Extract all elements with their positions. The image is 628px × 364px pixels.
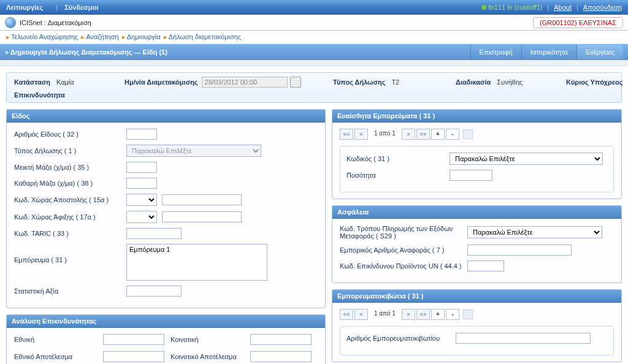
pager-prev[interactable]: « [354, 309, 368, 320]
panel-safety: Ασφάλεια Κωδ. Τρόπου Πληρωμής των Εξόδων… [332, 205, 622, 283]
action-back[interactable]: Επιστροφή [470, 45, 521, 59]
gross-input[interactable] [126, 162, 157, 173]
panel-risk-header: Ανάλυση Επικινδυνότητας [7, 315, 325, 328]
pager-add[interactable]: + [431, 309, 445, 320]
dispatch-select[interactable] [126, 194, 157, 206]
panel-sensitive: Ευαίσθητα Εμπορεύματα ( 31 ) «« « 1 από … [332, 109, 622, 199]
crumb-0[interactable]: Τελωνείο Αναχώρησης [11, 33, 78, 40]
status-label: Κατάσταση Καμία [14, 78, 124, 86]
taric-input[interactable] [126, 228, 182, 239]
risk-community-result-label: Κοινοτικό Αποτέλεσμα [170, 353, 250, 360]
safety-un-label: Κωδ. Επικίνδυνου Προϊόντος UN ( 44.4 ) [340, 262, 462, 270]
safety-un-input[interactable] [467, 260, 504, 271]
app-title: ICISnet : Διαμετακόμιση [20, 19, 91, 26]
pager-first[interactable]: «« [340, 129, 353, 140]
pager-label: 1 από 1 [369, 309, 400, 320]
containers-pager: «« « 1 από 1 » »» + - [340, 309, 614, 320]
page-title: » Δημιουργία Δήλωσης Διαμετακόμισης --- … [5, 48, 167, 56]
pager-last[interactable]: »» [416, 129, 430, 140]
type-label: Τύπος Δήλωσης T2 [333, 78, 456, 86]
container-number-input[interactable] [456, 333, 591, 344]
date-input[interactable] [202, 77, 288, 88]
breadcrumb: ▸Τελωνείο Αναχώρησης ▸Αναζήτηση ▸Δημιουρ… [0, 31, 628, 44]
decl-type-label: Τύπος Δήλωσης ( 1 ) [14, 147, 121, 154]
pager-label: 1 από 1 [369, 129, 400, 140]
procedure-value: Συνήθης [497, 78, 523, 86]
risk-community-label: Κοινοτική [170, 336, 250, 343]
crumb-2[interactable]: Δημιουργία [127, 33, 161, 40]
about-link[interactable]: About [554, 4, 572, 11]
status-value: Καμία [56, 78, 74, 86]
safety-ref-input[interactable] [467, 245, 572, 256]
procedure-label: Διαδικασία Συνήθης [456, 78, 566, 86]
action-menu[interactable]: Ενέργειες [576, 45, 623, 59]
type-value: T2 [391, 78, 399, 86]
sensitive-pager: «« « 1 από 1 » »» + - [340, 129, 614, 140]
info-band: Κατάσταση Καμία Ημ/νία Διαμετακόμισης Τύ… [6, 72, 622, 103]
sensitive-code-label: Κωδικός ( 31 ) [347, 155, 445, 162]
sensitive-qty-input[interactable] [450, 170, 492, 181]
pager-first[interactable]: «« [340, 309, 353, 320]
risk-national-input[interactable] [103, 334, 164, 345]
action-history[interactable]: Ιστορικότητα [521, 45, 576, 59]
panel-containers-header: Εμπορευματοκιβώτια ( 31 ) [332, 290, 621, 303]
item-no-input[interactable] [126, 129, 157, 140]
pager-prev[interactable]: « [354, 129, 368, 140]
pager-grid-icon[interactable] [463, 129, 473, 139]
arrival-select[interactable] [126, 211, 157, 223]
panel-containers: Εμπορευματοκιβώτια ( 31 ) «« « 1 από 1 »… [332, 289, 622, 362]
user-indicator: fn111 ln (custoff1) [481, 4, 543, 11]
top-nav: Λειτουργίες | Σύνδεσμοι fn111 ln (custof… [0, 0, 628, 15]
risk-national-result-label: Εθνικό Αποτέλεσμα [14, 353, 103, 360]
stat-label: Στατιστική Αξία [14, 287, 121, 295]
risk-community-result-input[interactable] [250, 351, 312, 362]
location-badge: (GR001102) ΕΛΕΥΣΙΝΑΣ [533, 17, 623, 28]
calendar-icon[interactable] [290, 77, 301, 88]
dispatch-label: Κωδ. Χώρας Αποστολής ( 15α ) [14, 196, 121, 203]
nav-functions[interactable]: Λειτουργίες [6, 4, 43, 11]
risk-community-input[interactable] [250, 334, 312, 345]
safety-payment-select[interactable]: Παρακαλώ Επιλέξτε [467, 226, 602, 238]
gross-label: Μεικτή Μάζα (χ/μα) ( 35 ) [14, 164, 121, 171]
panel-species-header: Είδος [7, 110, 325, 123]
crumb-3: Δήλωση διαμετακόμισης [169, 33, 242, 40]
taric-label: Κωδ. TARIC ( 33 ) [14, 230, 121, 237]
date-label: Ημ/νία Διαμετακόμισης [124, 77, 333, 88]
sensitive-code-select[interactable]: Παρακαλώ Επιλέξτε [450, 153, 603, 165]
title-row: ICISnet : Διαμετακόμιση (GR001102) ΕΛΕΥΣ… [0, 15, 628, 31]
arrival-input[interactable] [162, 211, 242, 222]
decl-type-select[interactable]: Παρακαλώ Επιλέξτε [126, 145, 261, 157]
nav-links[interactable]: Σύνδεσμοι [64, 4, 98, 11]
user-status-icon [481, 5, 486, 10]
pager-remove[interactable]: - [446, 309, 459, 320]
net-label: Καθαρή Μάζα (χ/μα) ( 38 ) [14, 180, 121, 187]
pager-grid-icon[interactable] [463, 309, 473, 319]
container-number-label: Αριθμός Εμπορευματοκιβωτίου [347, 335, 451, 342]
globe-icon [5, 17, 16, 28]
goods-textarea[interactable] [126, 244, 267, 281]
page-bar: » Δημιουργία Δήλωσης Διαμετακόμισης --- … [0, 44, 628, 60]
panel-sensitive-header: Ευαίσθητα Εμπορεύματα ( 31 ) [332, 110, 621, 123]
crumb-1[interactable]: Αναζήτηση [86, 33, 118, 40]
goods-label: Εμπόρευμα ( 31 ) [14, 244, 121, 264]
arrival-label: Κωδ. Χώρας Άφιξης ( 17α ) [14, 213, 121, 221]
panel-safety-header: Ασφάλεια [332, 206, 621, 219]
pager-remove[interactable]: - [446, 129, 459, 140]
stat-input[interactable] [126, 286, 182, 297]
pager-last[interactable]: »» [416, 309, 430, 320]
net-input[interactable] [126, 178, 157, 189]
risk-national-result-input[interactable] [103, 351, 164, 362]
item-no-label: Αριθμός Είδους ( 32 ) [14, 131, 121, 138]
user-name: fn111 ln (custoff1) [489, 4, 543, 11]
dispatch-input[interactable] [162, 194, 242, 205]
pager-next[interactable]: » [402, 129, 415, 140]
risk-national-label: Εθνική [14, 336, 103, 343]
pager-next[interactable]: » [402, 309, 415, 320]
logout-link[interactable]: Αποσύνδεση [583, 4, 622, 11]
pager-add[interactable]: + [431, 129, 445, 140]
safety-ref-label: Εμπορικός Αριθμός Αναφοράς ( 7 ) [340, 246, 462, 254]
safety-payment-label: Κωδ. Τρόπου Πληρωμής των Εξόδων Μεταφορά… [340, 225, 462, 240]
principal-label: Κύριος Υπόχρεος [566, 78, 628, 86]
panel-species: Είδος Αριθμός Είδους ( 32 ) Τύπος Δήλωση… [6, 109, 326, 308]
sensitive-qty-label: Ποσότητα [347, 172, 445, 179]
